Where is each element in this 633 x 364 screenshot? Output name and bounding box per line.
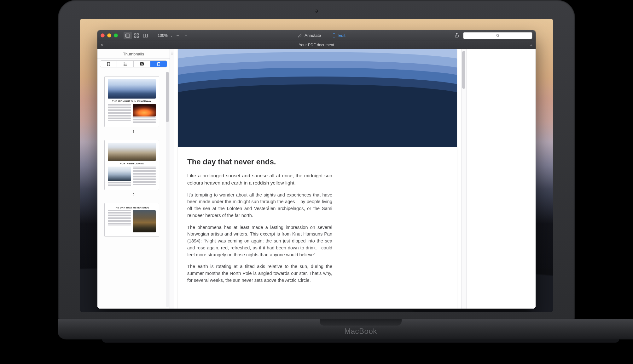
document-tab-title[interactable]: Your PDF document — [299, 43, 334, 47]
hero-image — [178, 49, 457, 147]
article-paragraph: The earth is rotating at a tilted axis r… — [187, 263, 332, 284]
svg-rect-3 — [137, 34, 139, 35]
search-icon — [496, 34, 500, 37]
macbook-base: MacBook — [58, 319, 633, 339]
thumb-inset-image — [133, 104, 156, 117]
svg-rect-6 — [143, 34, 145, 37]
svg-rect-0 — [126, 34, 130, 37]
thumbnail-page-1[interactable]: THE MIDNIGHT SUN IN NORWAY — [104, 76, 159, 127]
toggle-sidebar-button[interactable] — [124, 32, 132, 39]
bookmark-icon — [107, 62, 111, 66]
seg-annotations[interactable]: A — [133, 61, 150, 67]
gutter-drag-handle[interactable] — [171, 50, 173, 55]
svg-point-14 — [124, 65, 124, 65]
sidebar-title: Thumbnails — [97, 49, 170, 59]
document-viewer: The day that never ends. Like a prolonge… — [170, 49, 536, 309]
thumb-inset-image — [108, 167, 131, 181]
sidebar-mode-segmented-control: A — [100, 60, 167, 67]
svg-rect-4 — [135, 36, 136, 37]
view-two-page-button[interactable] — [141, 32, 149, 39]
article-paragraph: It's tempting to wonder about all the si… — [187, 192, 332, 219]
minimize-window-button[interactable] — [107, 33, 111, 37]
svg-rect-2 — [135, 34, 136, 35]
zoom-out-button[interactable]: − — [175, 33, 181, 38]
document-page: The day that never ends. Like a prolonge… — [177, 49, 457, 309]
thumb-page-number: 2 — [101, 193, 166, 197]
macbook-frame: 100%⌄ − + Annotate Edit — [58, 0, 575, 339]
zoom-level-label[interactable]: 100% — [158, 33, 168, 38]
thumb-text — [108, 104, 131, 124]
thumb-inset-image — [133, 210, 156, 232]
thumb-image — [108, 79, 156, 99]
thumbnail-page-3[interactable]: THE DAY THAT NEVER ENDS — [104, 203, 159, 237]
thumb-text — [108, 210, 131, 233]
list-icon — [123, 62, 127, 66]
thumbnail-page-2[interactable]: NORTHERN LIGHTS — [104, 140, 159, 190]
share-button[interactable] — [454, 32, 459, 38]
search-field[interactable] — [463, 32, 532, 39]
svg-rect-5 — [137, 36, 139, 37]
seg-thumbnails[interactable] — [150, 61, 167, 67]
text-cursor-icon — [332, 33, 336, 38]
pencil-icon — [298, 33, 303, 38]
new-tab-button[interactable]: + — [530, 42, 532, 48]
thumb-text — [108, 182, 131, 186]
annotate-mode-button[interactable]: Annotate — [298, 33, 321, 38]
annotations-icon: A — [140, 62, 144, 65]
svg-rect-7 — [146, 34, 148, 37]
close-window-button[interactable] — [101, 33, 105, 37]
thumb-text — [133, 167, 156, 187]
tab-bar: × Your PDF document + — [97, 41, 536, 49]
page-icon — [157, 62, 161, 66]
sidebar-scrollbar-thumb[interactable] — [166, 72, 169, 122]
svg-point-8 — [497, 34, 499, 36]
camera-dot — [315, 9, 318, 13]
device-brand-label: MacBook — [344, 327, 377, 336]
zoom-window-button[interactable] — [114, 33, 118, 37]
article-heading: The day that never ends. — [187, 157, 332, 166]
thumb-image — [108, 143, 156, 161]
svg-rect-16 — [157, 62, 160, 65]
article-paragraph: Like a prolonged sunset and sunrise all … — [187, 172, 332, 187]
zoom-dropdown-icon[interactable]: ⌄ — [170, 34, 173, 37]
viewer-scrollbar-thumb[interactable] — [462, 51, 465, 89]
window-controls — [101, 33, 118, 37]
seg-bookmarks[interactable] — [100, 61, 117, 67]
close-tab-button[interactable]: × — [101, 43, 103, 47]
thumb-title: THE MIDNIGHT SUN IN NORWAY — [108, 100, 156, 103]
annotate-label: Annotate — [305, 33, 321, 38]
inspector-panel — [466, 49, 536, 309]
edit-mode-button[interactable]: Edit — [332, 33, 345, 38]
thumbnail-list[interactable]: THE MIDNIGHT SUN IN NORWAY — [97, 71, 170, 309]
seg-outline[interactable] — [117, 61, 133, 67]
zoom-control: 100%⌄ − + — [158, 33, 189, 38]
toolbar: 100%⌄ − + Annotate Edit — [97, 30, 536, 41]
svg-point-10 — [124, 62, 124, 63]
zoom-in-button[interactable]: + — [183, 33, 189, 38]
desktop-wallpaper: 100%⌄ − + Annotate Edit — [80, 19, 553, 312]
edit-label: Edit — [338, 33, 345, 38]
view-grid-button[interactable] — [132, 32, 141, 39]
pdf-app-window: 100%⌄ − + Annotate Edit — [97, 30, 536, 309]
svg-line-9 — [498, 36, 499, 37]
thumb-title: THE DAY THAT NEVER ENDS — [108, 206, 156, 209]
thumbnails-sidebar: Thumbnails A — [97, 49, 170, 309]
thumb-page-number: 1 — [101, 130, 166, 134]
thumb-title: NORTHERN LIGHTS — [108, 162, 156, 165]
share-icon — [454, 32, 459, 37]
svg-point-12 — [124, 64, 124, 64]
sidebar-toggle-group — [124, 32, 149, 39]
article-paragraph: The phenomena has at least made a lastin… — [187, 224, 332, 259]
thumb-text — [133, 117, 156, 123]
page-gutter — [170, 49, 174, 309]
